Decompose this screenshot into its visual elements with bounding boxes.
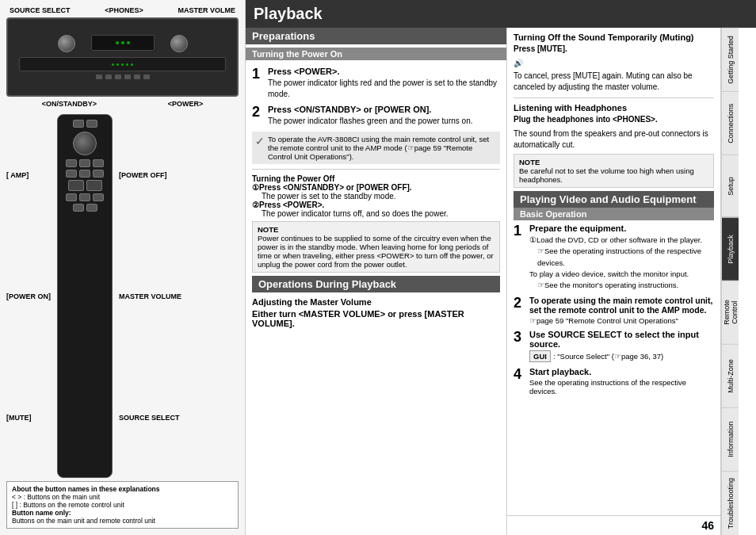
power-off-2-bold: ②Press <POWER>. xyxy=(252,201,324,209)
headphones-body: The sound from the speakers and pre-out … xyxy=(514,128,714,151)
note-title: About the button names in these explanat… xyxy=(12,485,233,493)
play-step-2-content: To operate using the main remote control… xyxy=(529,296,714,325)
muting-instruction: Press [MUTE]. xyxy=(514,44,714,55)
play-step-1-title: Prepare the equipment. xyxy=(529,224,714,233)
adjusting-body: Either turn <MASTER VOLUME> or press [MA… xyxy=(252,309,500,328)
play-step-4: 4 Start playback. See the operating inst… xyxy=(514,367,714,396)
step-1-body: The power indicator lights red and the p… xyxy=(268,78,500,100)
source-select-label: SOURCE SELECT xyxy=(10,6,71,14)
power-off-step1-body: The power is set to the standby mode. xyxy=(252,192,500,201)
remote-labels-right: [POWER OFF] MASTER VOLUME SOURCE SELECT xyxy=(119,114,181,478)
play-step-1-num: 1 xyxy=(514,224,525,291)
play-step-3-gui: GUI : "Source Select" (☞page 36, 37) xyxy=(529,350,714,362)
amp-note-text: To operate the AVR-3808CI using the main… xyxy=(268,135,497,161)
note-line1: < > : Buttons on the main unit xyxy=(12,493,233,501)
divider-2 xyxy=(514,97,714,98)
play-step-2: 2 To operate using the main remote contr… xyxy=(514,296,714,325)
play-step-1-2: ☞See the operating instructions of the r… xyxy=(529,246,714,269)
right-content: Turning Off the Sound Temporarily (Mutin… xyxy=(507,28,720,515)
muting-icon-area: 🔊 xyxy=(514,58,714,67)
middle-content: 1 Press <POWER>. The power indicator lig… xyxy=(246,62,506,535)
muting-icon: 🔊 xyxy=(514,59,523,67)
power-off-1-bold: ①Press <ON/STANDBY> or [POWER OFF]. xyxy=(252,183,412,192)
phones-label: <PHONES> xyxy=(105,6,143,14)
nav-setup[interactable]: Setup xyxy=(722,155,739,218)
step-1-title: Press <POWER>. xyxy=(268,67,500,76)
headphones-instruction: Plug the headphones into <PHONES>. xyxy=(514,114,714,125)
adjusting-title: Adjusting the Master Volume xyxy=(252,297,500,307)
gui-box: GUI xyxy=(529,350,551,362)
page-title: Playback xyxy=(246,0,756,28)
device-illustration xyxy=(6,17,239,97)
remote-labels-left: [ AMP] [POWER ON] [MUTE] xyxy=(6,114,51,478)
divider-1 xyxy=(252,169,500,170)
button-names-note: About the button names in these explanat… xyxy=(6,481,239,529)
note-label: NOTE xyxy=(258,225,278,234)
adjusting-section: Adjusting the Master Volume Either turn … xyxy=(252,297,500,328)
nav-playback[interactable]: Playback xyxy=(722,217,739,281)
note-headphones-text: Be careful not to set the volume too hig… xyxy=(519,166,708,184)
play-step-1-3: To play a video device, switch the monit… xyxy=(529,269,714,280)
note-headphones: NOTE Be careful not to set the volume to… xyxy=(514,154,714,188)
step-2-body: The power indicator flashes green and th… xyxy=(268,116,500,127)
power-off-section: Turning the Power Off ①Press <ON/STANDBY… xyxy=(252,174,500,218)
play-step-4-num: 4 xyxy=(514,367,525,396)
play-step-4-title: Start playback. xyxy=(529,367,714,376)
device-buttons xyxy=(96,75,150,79)
playing-header: Playing Video and Audio Equipment xyxy=(514,191,714,208)
muting-cancel-text: To cancel, press [MUTE] again. Muting ca… xyxy=(514,71,714,93)
page-number: 46 xyxy=(507,515,720,535)
checkmark-icon: ✓ xyxy=(255,135,265,147)
play-step-3: 3 Use SOURCE SELECT to select the input … xyxy=(514,330,714,362)
left-panel: SOURCE SELECT <PHONES> MASTER VOLME xyxy=(0,0,246,535)
play-step-1-content: Prepare the equipment. ①Load the DVD, CD… xyxy=(529,224,714,291)
nav-remote-control[interactable]: Remote Control xyxy=(722,281,739,344)
play-step-1-list: ①Load the DVD, CD or other software in t… xyxy=(529,235,714,291)
device-labels-bottom: <ON/STANDBY> <POWER> xyxy=(6,100,239,108)
basic-op-header: Basic Operation xyxy=(514,208,714,220)
play-step-2-title: To operate using the main remote control… xyxy=(529,296,714,315)
nav-information[interactable]: Information xyxy=(722,407,739,471)
note-text-power: Power continues to be supplied to some o… xyxy=(258,234,494,269)
master-volume-remote-label: MASTER VOLUME xyxy=(119,292,181,300)
step-1-content: Press <POWER>. The power indicator light… xyxy=(268,67,500,100)
nav-getting-started[interactable]: Getting Started xyxy=(722,28,739,91)
power-on-label: [POWER ON] xyxy=(6,292,51,300)
source-select-remote-label: SOURCE SELECT xyxy=(119,414,181,422)
play-step-1-1: ①Load the DVD, CD or other software in t… xyxy=(529,235,714,246)
device-display xyxy=(19,57,225,71)
power-off-step2: ②Press <POWER>. xyxy=(252,201,500,209)
note-headphones-label: NOTE xyxy=(519,158,540,166)
remote-control xyxy=(57,114,113,478)
step-2: 2 Press <ON/STANDBY> or [POWER ON]. The … xyxy=(252,105,500,127)
on-standby-label: <ON/STANDBY> xyxy=(42,100,97,108)
device-labels-top: SOURCE SELECT <PHONES> MASTER VOLME xyxy=(6,6,239,14)
power-off-title: Turning the Power Off xyxy=(252,174,500,183)
play-step-1: 1 Prepare the equipment. ①Load the DVD, … xyxy=(514,224,714,291)
play-step-2-ref: ☞page 59 "Remote Control Unit Operations… xyxy=(529,316,714,325)
headphones-title: Listening with Headphones xyxy=(514,103,714,113)
nav-multi-zone[interactable]: Multi-Zone xyxy=(722,344,739,407)
right-panel: Turning Off the Sound Temporarily (Mutin… xyxy=(507,28,721,535)
step-1: 1 Press <POWER>. The power indicator lig… xyxy=(252,67,500,100)
step-2-num: 2 xyxy=(252,105,263,127)
play-step-1-4: ☞See the monitor's operating instruction… xyxy=(529,280,714,291)
note-line3: Button name only: xyxy=(12,509,233,517)
power-on-header: Turning the Power On xyxy=(246,48,506,60)
nav-connections[interactable]: Connections xyxy=(722,91,739,155)
power-label: <POWER> xyxy=(168,100,204,108)
volume-knob xyxy=(170,35,188,52)
nav-sidebar: Getting Started Connections Setup Playba… xyxy=(721,28,739,535)
step-1-num: 1 xyxy=(252,67,263,100)
amp-label: [ AMP] xyxy=(6,171,51,179)
main-content: Playback Preparations Turning the Power … xyxy=(246,0,756,535)
note-line2: [ ] : Buttons on the remote control unit xyxy=(12,501,233,509)
master-volume-label: MASTER VOLME xyxy=(178,6,235,14)
play-step-4-content: Start playback. See the operating instru… xyxy=(529,367,714,396)
nav-troubleshooting[interactable]: Troubleshooting xyxy=(722,471,739,535)
power-off-step2-body: The power indicator turns off, and so do… xyxy=(252,209,500,218)
operations-header: Operations During Playback xyxy=(252,276,500,292)
play-step-3-num: 3 xyxy=(514,330,525,362)
device-top-row xyxy=(58,35,188,52)
step-2-title: Press <ON/STANDBY> or [POWER ON]. xyxy=(268,105,500,114)
